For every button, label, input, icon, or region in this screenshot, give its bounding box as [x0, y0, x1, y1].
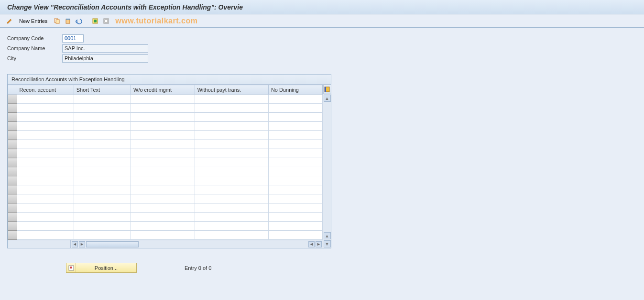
cell[interactable] [268, 213, 322, 222]
cell[interactable] [74, 231, 131, 240]
scroll-left2-icon[interactable]: ◄ [308, 241, 315, 247]
cell[interactable] [131, 95, 195, 104]
cell[interactable] [195, 104, 268, 113]
cell[interactable] [17, 104, 74, 113]
cell[interactable] [131, 204, 195, 213]
row-selector[interactable] [8, 204, 17, 213]
position-button[interactable]: Position... [66, 263, 137, 273]
cell[interactable] [17, 204, 74, 213]
cell[interactable] [131, 122, 195, 131]
cell[interactable] [268, 104, 322, 113]
table-row[interactable] [8, 149, 323, 158]
scroll-left-icon[interactable]: ◄ [72, 241, 78, 247]
table-row[interactable] [8, 167, 323, 176]
cell[interactable] [195, 131, 268, 140]
cell[interactable] [74, 176, 131, 185]
cell[interactable] [195, 176, 268, 185]
cell[interactable] [74, 222, 131, 231]
cell[interactable] [268, 194, 322, 204]
cell[interactable] [195, 122, 268, 131]
cell[interactable] [131, 222, 195, 231]
cell[interactable] [74, 149, 131, 158]
cell[interactable] [268, 176, 322, 185]
deselect-all-icon[interactable] [101, 16, 111, 26]
cell[interactable] [74, 95, 131, 104]
cell[interactable] [131, 194, 195, 204]
cell[interactable] [195, 194, 268, 204]
row-selector[interactable] [8, 194, 17, 204]
cell[interactable] [74, 213, 131, 222]
cell[interactable] [268, 140, 322, 149]
col-wo-credit[interactable]: W/o credit mgmt [131, 85, 195, 95]
row-selector[interactable] [8, 140, 17, 149]
cell[interactable] [195, 213, 268, 222]
cell[interactable] [131, 113, 195, 122]
cell[interactable] [268, 95, 322, 104]
cell[interactable] [131, 158, 195, 167]
row-selector[interactable] [8, 176, 17, 185]
modify-icon[interactable] [5, 16, 14, 26]
cell[interactable] [195, 222, 268, 231]
row-selector-header[interactable] [8, 85, 17, 95]
city-input[interactable] [62, 54, 148, 63]
scroll-up2-icon[interactable]: ▲ [324, 232, 331, 239]
cell[interactable] [74, 122, 131, 131]
cell[interactable] [131, 213, 195, 222]
cell[interactable] [268, 158, 322, 167]
scroll-right-icon[interactable]: ► [79, 241, 85, 247]
cell[interactable] [131, 176, 195, 185]
table-row[interactable] [8, 176, 323, 185]
new-entries-button[interactable]: New Entries [16, 16, 51, 26]
row-selector[interactable] [8, 95, 17, 104]
row-selector[interactable] [8, 131, 17, 140]
cell[interactable] [74, 140, 131, 149]
table-row[interactable] [8, 185, 323, 194]
scroll-right2-icon[interactable]: ► [316, 241, 322, 247]
cell[interactable] [17, 194, 74, 204]
col-short-text[interactable]: Short Text [74, 85, 131, 95]
cell[interactable] [268, 231, 322, 240]
table-row[interactable] [8, 140, 323, 149]
cell[interactable] [17, 222, 74, 231]
col-recon-account[interactable]: Recon. account [17, 85, 74, 95]
table-row[interactable] [8, 222, 323, 231]
select-all-icon[interactable] [90, 16, 100, 26]
cell[interactable] [268, 222, 322, 231]
row-selector[interactable] [8, 158, 17, 167]
copy-icon[interactable] [52, 16, 62, 26]
table-row[interactable] [8, 122, 323, 131]
cell[interactable] [17, 158, 74, 167]
table-row[interactable] [8, 204, 323, 213]
cell[interactable] [17, 122, 74, 131]
cell[interactable] [17, 213, 74, 222]
cell[interactable] [268, 149, 322, 158]
cell[interactable] [17, 140, 74, 149]
cell[interactable] [195, 140, 268, 149]
cell[interactable] [74, 194, 131, 204]
cell[interactable] [268, 122, 322, 131]
cell[interactable] [195, 231, 268, 240]
row-selector[interactable] [8, 231, 17, 240]
cell[interactable] [195, 95, 268, 104]
cell[interactable] [17, 167, 74, 176]
cell[interactable] [74, 131, 131, 140]
row-selector[interactable] [8, 222, 17, 231]
cell[interactable] [131, 131, 195, 140]
cell[interactable] [74, 185, 131, 194]
row-selector[interactable] [8, 122, 17, 131]
cell[interactable] [195, 204, 268, 213]
cell[interactable] [131, 104, 195, 113]
table-row[interactable] [8, 194, 323, 204]
table-row[interactable] [8, 131, 323, 140]
row-selector[interactable] [8, 185, 17, 194]
cell[interactable] [17, 231, 74, 240]
cell[interactable] [131, 231, 195, 240]
cell[interactable] [17, 131, 74, 140]
company-name-input[interactable] [62, 44, 148, 53]
row-selector[interactable] [8, 149, 17, 158]
cell[interactable] [74, 167, 131, 176]
cell[interactable] [17, 176, 74, 185]
company-code-input[interactable] [62, 34, 84, 43]
row-selector[interactable] [8, 113, 17, 122]
table-row[interactable] [8, 95, 323, 104]
